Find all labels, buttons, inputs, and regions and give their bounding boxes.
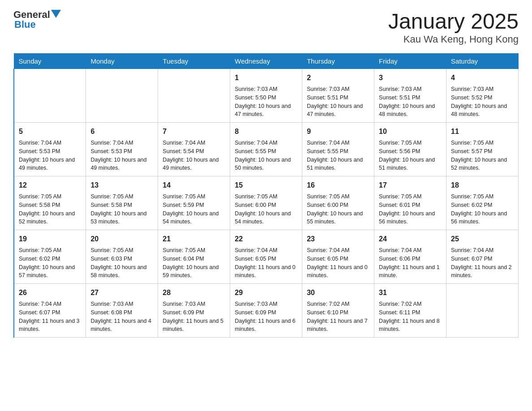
day-info: Sunrise: 7:05 AMSunset: 6:00 PMDaylight:… — [307, 193, 369, 226]
day-number: 15 — [235, 180, 297, 191]
day-info: Sunrise: 7:05 AMSunset: 6:02 PMDaylight:… — [19, 246, 81, 280]
calendar-cell: 29Sunrise: 7:03 AMSunset: 6:09 PMDayligh… — [230, 284, 302, 338]
day-number: 5 — [19, 126, 81, 137]
day-info: Sunrise: 7:04 AMSunset: 6:07 PMDaylight:… — [451, 246, 514, 280]
day-info: Sunrise: 7:05 AMSunset: 6:03 PMDaylight:… — [90, 246, 153, 280]
calendar-cell: 12Sunrise: 7:05 AMSunset: 5:58 PMDayligh… — [14, 176, 86, 230]
day-info: Sunrise: 7:04 AMSunset: 5:53 PMDaylight:… — [19, 139, 81, 172]
day-number: 24 — [379, 234, 442, 244]
day-number: 18 — [451, 180, 514, 191]
day-info: Sunrise: 7:04 AMSunset: 6:07 PMDaylight:… — [19, 300, 81, 334]
day-number: 26 — [19, 287, 81, 298]
col-monday: Monday — [86, 54, 158, 69]
day-info: Sunrise: 7:03 AMSunset: 6:08 PMDaylight:… — [90, 300, 153, 334]
calendar-cell: 31Sunrise: 7:02 AMSunset: 6:11 PMDayligh… — [374, 284, 446, 338]
days-of-week-row: Sunday Monday Tuesday Wednesday Thursday… — [14, 54, 519, 69]
day-info: Sunrise: 7:03 AMSunset: 6:09 PMDaylight:… — [235, 300, 297, 334]
calendar-cell: 14Sunrise: 7:05 AMSunset: 5:59 PMDayligh… — [158, 176, 230, 230]
day-info: Sunrise: 7:03 AMSunset: 5:51 PMDaylight:… — [307, 85, 369, 119]
day-number: 19 — [19, 234, 81, 244]
day-info: Sunrise: 7:04 AMSunset: 6:05 PMDaylight:… — [307, 246, 369, 280]
calendar-cell: 28Sunrise: 7:03 AMSunset: 6:09 PMDayligh… — [158, 284, 230, 338]
day-info: Sunrise: 7:04 AMSunset: 5:55 PMDaylight:… — [307, 139, 369, 172]
col-thursday: Thursday — [302, 54, 374, 69]
calendar-cell: 15Sunrise: 7:05 AMSunset: 6:00 PMDayligh… — [230, 176, 302, 230]
calendar-cell: 13Sunrise: 7:05 AMSunset: 5:58 PMDayligh… — [86, 176, 158, 230]
day-info: Sunrise: 7:05 AMSunset: 5:59 PMDaylight:… — [163, 193, 225, 226]
col-friday: Friday — [374, 54, 446, 69]
day-number: 8 — [235, 126, 297, 137]
col-sunday: Sunday — [14, 54, 86, 69]
calendar-cell: 25Sunrise: 7:04 AMSunset: 6:07 PMDayligh… — [446, 230, 519, 284]
day-number: 11 — [451, 126, 514, 137]
week-row-3: 12Sunrise: 7:05 AMSunset: 5:58 PMDayligh… — [14, 176, 519, 230]
day-info: Sunrise: 7:05 AMSunset: 5:57 PMDaylight:… — [451, 139, 514, 172]
title-block: January 2025 Kau Wa Keng, Hong Kong — [388, 9, 519, 45]
calendar-cell: 1Sunrise: 7:03 AMSunset: 5:50 PMDaylight… — [230, 69, 302, 123]
day-number: 29 — [235, 287, 297, 298]
calendar-cell: 8Sunrise: 7:04 AMSunset: 5:55 PMDaylight… — [230, 123, 302, 176]
day-number: 4 — [451, 73, 514, 83]
day-number: 7 — [163, 126, 225, 137]
day-info: Sunrise: 7:05 AMSunset: 5:58 PMDaylight:… — [19, 193, 81, 226]
day-number: 25 — [451, 234, 514, 244]
calendar-cell: 19Sunrise: 7:05 AMSunset: 6:02 PMDayligh… — [14, 230, 86, 284]
day-number: 20 — [90, 234, 153, 244]
week-row-2: 5Sunrise: 7:04 AMSunset: 5:53 PMDaylight… — [14, 123, 519, 176]
calendar-body: 1Sunrise: 7:03 AMSunset: 5:50 PMDaylight… — [14, 69, 519, 338]
calendar-cell: 24Sunrise: 7:04 AMSunset: 6:06 PMDayligh… — [374, 230, 446, 284]
day-number: 16 — [307, 180, 369, 191]
calendar-cell — [158, 69, 230, 123]
svg-marker-0 — [51, 10, 61, 18]
day-number: 12 — [19, 180, 81, 191]
logo: General Blue — [13, 9, 61, 30]
day-number: 27 — [90, 287, 153, 298]
day-info: Sunrise: 7:03 AMSunset: 5:51 PMDaylight:… — [379, 85, 442, 119]
calendar-cell: 6Sunrise: 7:04 AMSunset: 5:53 PMDaylight… — [86, 123, 158, 176]
calendar-cell — [86, 69, 158, 123]
calendar-subtitle: Kau Wa Keng, Hong Kong — [388, 34, 519, 45]
calendar-cell: 30Sunrise: 7:02 AMSunset: 6:10 PMDayligh… — [302, 284, 374, 338]
calendar-cell: 16Sunrise: 7:05 AMSunset: 6:00 PMDayligh… — [302, 176, 374, 230]
calendar-cell: 5Sunrise: 7:04 AMSunset: 5:53 PMDaylight… — [14, 123, 86, 176]
day-number: 14 — [163, 180, 225, 191]
day-number: 17 — [379, 180, 442, 191]
calendar-cell: 3Sunrise: 7:03 AMSunset: 5:51 PMDaylight… — [374, 69, 446, 123]
col-wednesday: Wednesday — [230, 54, 302, 69]
calendar-cell: 23Sunrise: 7:04 AMSunset: 6:05 PMDayligh… — [302, 230, 374, 284]
calendar-title: January 2025 — [388, 9, 519, 34]
calendar-cell: 10Sunrise: 7:05 AMSunset: 5:56 PMDayligh… — [374, 123, 446, 176]
day-number: 23 — [307, 234, 369, 244]
day-info: Sunrise: 7:04 AMSunset: 5:54 PMDaylight:… — [163, 139, 225, 172]
calendar-cell: 22Sunrise: 7:04 AMSunset: 6:05 PMDayligh… — [230, 230, 302, 284]
calendar-cell: 2Sunrise: 7:03 AMSunset: 5:51 PMDaylight… — [302, 69, 374, 123]
day-info: Sunrise: 7:04 AMSunset: 5:55 PMDaylight:… — [235, 139, 297, 172]
day-number: 10 — [379, 126, 442, 137]
calendar-table: Sunday Monday Tuesday Wednesday Thursday… — [13, 53, 519, 338]
day-info: Sunrise: 7:03 AMSunset: 5:52 PMDaylight:… — [451, 85, 514, 119]
day-number: 1 — [235, 73, 297, 83]
day-number: 28 — [163, 287, 225, 298]
day-info: Sunrise: 7:03 AMSunset: 5:50 PMDaylight:… — [235, 85, 297, 119]
calendar-cell: 21Sunrise: 7:05 AMSunset: 6:04 PMDayligh… — [158, 230, 230, 284]
day-info: Sunrise: 7:05 AMSunset: 6:00 PMDaylight:… — [235, 193, 297, 226]
day-number: 9 — [307, 126, 369, 137]
day-number: 13 — [90, 180, 153, 191]
day-info: Sunrise: 7:05 AMSunset: 6:04 PMDaylight:… — [163, 246, 225, 280]
day-number: 21 — [163, 234, 225, 244]
day-info: Sunrise: 7:05 AMSunset: 6:02 PMDaylight:… — [451, 193, 514, 226]
calendar-cell: 4Sunrise: 7:03 AMSunset: 5:52 PMDaylight… — [446, 69, 519, 123]
page-header: General Blue January 2025 Kau Wa Keng, H… — [13, 9, 519, 45]
day-number: 3 — [379, 73, 442, 83]
calendar-cell: 26Sunrise: 7:04 AMSunset: 6:07 PMDayligh… — [14, 284, 86, 338]
week-row-4: 19Sunrise: 7:05 AMSunset: 6:02 PMDayligh… — [14, 230, 519, 284]
day-number: 6 — [90, 126, 153, 137]
day-info: Sunrise: 7:04 AMSunset: 6:06 PMDaylight:… — [379, 246, 442, 280]
week-row-1: 1Sunrise: 7:03 AMSunset: 5:50 PMDaylight… — [14, 69, 519, 123]
day-info: Sunrise: 7:04 AMSunset: 6:05 PMDaylight:… — [235, 246, 297, 280]
calendar-cell: 9Sunrise: 7:04 AMSunset: 5:55 PMDaylight… — [302, 123, 374, 176]
col-saturday: Saturday — [446, 54, 519, 69]
calendar-header: Sunday Monday Tuesday Wednesday Thursday… — [14, 54, 519, 69]
day-number: 2 — [307, 73, 369, 83]
calendar-cell: 11Sunrise: 7:05 AMSunset: 5:57 PMDayligh… — [446, 123, 519, 176]
